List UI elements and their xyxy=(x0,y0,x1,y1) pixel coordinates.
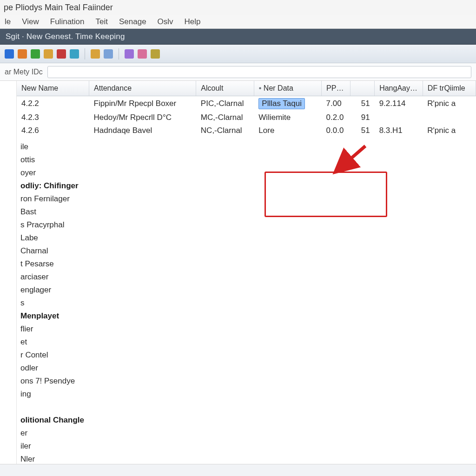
cell-attendance[interactable]: Hadndaqe Bavel xyxy=(89,124,196,137)
cell-attendance[interactable]: Hedoy/Mr Rpecrll D°C xyxy=(89,111,196,124)
menu-teit[interactable]: Teit xyxy=(96,17,108,26)
red-square-icon[interactable] xyxy=(57,49,66,59)
tree-item[interactable]: Menplayet xyxy=(20,310,84,323)
menubar: leViewFulinationTeitSenageOslvHelp xyxy=(0,15,476,29)
tree-item[interactable]: oyer xyxy=(20,166,84,179)
content-area: New NameAttendanceAlcoultNer DataPP1 Qan… xyxy=(0,81,476,464)
cell-hangaayel[interactable]: 9.2.114 xyxy=(375,96,423,112)
grid-header-row: New NameAttendanceAlcoultNer DataPP1 Qan… xyxy=(17,81,476,96)
brush-icon[interactable] xyxy=(125,49,134,59)
tree-item[interactable]: Charnal xyxy=(20,245,84,258)
tree-item[interactable]: s xyxy=(20,297,84,310)
tree-item[interactable]: r Contel xyxy=(20,349,84,362)
cell-attendance[interactable]: Fippin/Mr Rpecpl Boxer xyxy=(89,96,196,112)
cell-hangaayel[interactable]: 8.3.H1 xyxy=(375,124,423,137)
filter-bar: ar Mety IDc xyxy=(0,63,476,81)
cell-hangaayel[interactable] xyxy=(375,111,423,124)
col-df[interactable]: DF trQiimle xyxy=(423,81,476,96)
tree-item[interactable]: ing xyxy=(20,388,84,401)
tree-item[interactable]: et xyxy=(20,336,84,349)
cell-new_name[interactable]: 4.2.2 xyxy=(17,96,89,112)
menu-oslv[interactable]: Oslv xyxy=(158,17,173,26)
tree-item[interactable]: odler xyxy=(20,362,84,375)
menu-fulination[interactable]: Fulination xyxy=(50,17,85,26)
cyan-square-icon[interactable] xyxy=(70,49,79,59)
cell-pp1_a[interactable]: 0.2.0 xyxy=(322,111,350,124)
col-new_name[interactable]: New Name xyxy=(17,81,89,96)
cell-ner_data[interactable]: Lore xyxy=(254,124,321,137)
tree-item[interactable]: englager xyxy=(20,284,84,297)
folder-open-icon[interactable] xyxy=(91,49,100,59)
col-hangaayel-sortable[interactable]: HangAayel▾ xyxy=(375,81,423,96)
tree-item[interactable]: odliy: Chifinger xyxy=(20,179,84,192)
menu-le[interactable]: le xyxy=(5,17,11,26)
selected-cell[interactable]: Plllas Taqui xyxy=(258,98,305,109)
table-row[interactable]: 4.2.3Hedoy/Mr Rpecrll D°CMC,-ClarnalWili… xyxy=(17,111,476,124)
col-ner_data[interactable]: Ner Data xyxy=(254,81,321,96)
filter-label: ar Mety IDc xyxy=(5,68,43,76)
tree-item[interactable]: iler xyxy=(20,440,84,453)
gutter-sidebar xyxy=(0,81,17,464)
cell-alcoult[interactable]: MC,-Clarnal xyxy=(196,111,254,124)
window-title: pe Pliodys Main Teal Faiinder xyxy=(4,3,113,13)
pie-icon[interactable] xyxy=(18,49,27,59)
filter-input[interactable] xyxy=(47,66,471,78)
cell-new_name[interactable]: 4.2.6 xyxy=(17,124,89,137)
tree-item[interactable]: er xyxy=(20,427,84,440)
menu-help[interactable]: Help xyxy=(185,17,201,26)
col-pp1_b[interactable] xyxy=(350,81,375,96)
tree-item[interactable] xyxy=(20,401,84,414)
cell-new_name[interactable]: 4.2.3 xyxy=(17,111,89,124)
menu-view[interactable]: View xyxy=(22,17,39,26)
tree-item[interactable]: ons 7! Psendye xyxy=(20,375,84,388)
menu-senage[interactable]: Senage xyxy=(119,17,146,26)
toolbar-separator xyxy=(119,48,119,60)
col-pp1_a[interactable]: PP1 QantiLle xyxy=(322,81,350,96)
tree-item[interactable]: olitional Changle xyxy=(20,414,84,427)
callout-arrow xyxy=(17,81,476,464)
data-grid[interactable]: New NameAttendanceAlcoultNer DataPP1 Qan… xyxy=(17,81,476,137)
cell-df[interactable]: R'pnic a xyxy=(423,124,476,137)
svg-line-0 xyxy=(337,146,365,170)
tree-item[interactable]: Labe xyxy=(20,231,84,245)
tree-item[interactable]: arciaser xyxy=(20,271,84,284)
tree-item[interactable]: Nler xyxy=(20,453,84,464)
tree-item[interactable]: t Pesarse xyxy=(20,258,84,271)
cell-ner_data[interactable]: Wiliemite xyxy=(254,111,321,124)
titlebar: pe Pliodys Main Teal Faiinder xyxy=(0,0,476,15)
table-row[interactable]: 4.2.2Fippin/Mr Rpecpl BoxerPIC,-ClarnalP… xyxy=(17,96,476,112)
cell-ner_data[interactable]: Plllas Taqui xyxy=(254,96,321,112)
cell-df[interactable] xyxy=(423,111,476,124)
tab-active[interactable]: Sgit · New Genest. Time Keeping xyxy=(6,32,125,41)
doc-icon[interactable] xyxy=(104,49,113,59)
toolbar-separator xyxy=(85,48,85,60)
table-row[interactable]: 4.2.6Hadndaqe BavelNC,-ClarnalLore0.0.05… xyxy=(17,124,476,137)
col-attendance[interactable]: Attendance xyxy=(89,81,196,96)
main-panel: New NameAttendanceAlcoultNer DataPP1 Qan… xyxy=(17,81,476,464)
cell-pp1_b[interactable]: 91 xyxy=(350,111,375,124)
leaf-icon[interactable] xyxy=(151,49,160,59)
tree-item[interactable]: ottis xyxy=(20,153,84,166)
toolbar xyxy=(0,45,476,63)
callout-box xyxy=(264,172,387,217)
cell-pp1_b[interactable]: 51 xyxy=(350,96,375,112)
tree-item[interactable]: s Pracyrphal xyxy=(20,218,84,231)
circle-blue-icon[interactable] xyxy=(5,49,14,59)
cell-alcoult[interactable]: NC,-Clarnal xyxy=(196,124,254,137)
tab-bar: Sgit · New Genest. Time Keeping xyxy=(0,29,476,45)
cell-pp1_a[interactable]: 0.0.0 xyxy=(322,124,350,137)
cell-df[interactable]: R'pnic a xyxy=(423,96,476,112)
cell-pp1_a[interactable]: 7.00 xyxy=(322,96,350,112)
tree-item[interactable]: Bast xyxy=(20,205,84,218)
tree-item[interactable]: ron Fernilager xyxy=(20,192,84,205)
nav-tree[interactable]: ileottisoyerodliy: Chifingerron Fernilag… xyxy=(17,140,84,464)
cell-pp1_b[interactable]: 51 xyxy=(350,124,375,137)
green-dot-icon[interactable] xyxy=(31,49,40,59)
status-bar xyxy=(0,464,476,476)
palette-icon[interactable] xyxy=(138,49,147,59)
tree-item[interactable]: flier xyxy=(20,323,84,336)
col-alcoult[interactable]: Alcoult xyxy=(196,81,254,96)
cell-alcoult[interactable]: PIC,-Clarnal xyxy=(196,96,254,112)
tree-item[interactable]: ile xyxy=(20,140,84,153)
folder-icon[interactable] xyxy=(44,49,53,59)
